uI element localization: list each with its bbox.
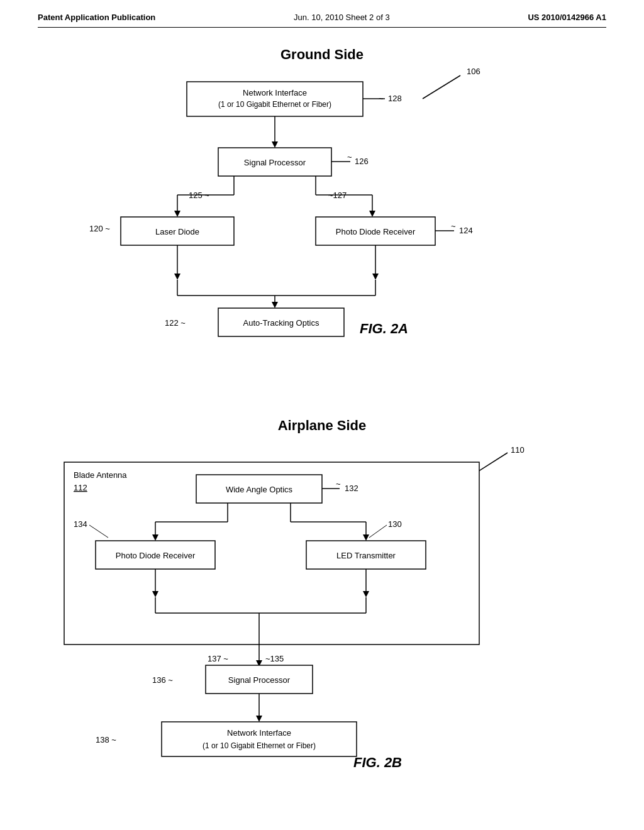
header-date-sheet: Jun. 10, 2010 Sheet 2 of 3 (294, 13, 390, 22)
header-publication-label: Patent Application Publication (38, 13, 155, 22)
svg-marker-58 (256, 716, 262, 722)
laser-diode: Laser Diode (155, 227, 199, 236)
ref-136: 136 ~ (152, 675, 173, 685)
photo-diode-2b: Photo Diode Receiver (116, 551, 196, 560)
led-transmitter: LED Transmitter (336, 551, 396, 560)
svg-rect-59 (162, 722, 357, 756)
fig2b-diagram: 110 Blade Antenna 112 Wide Angle Optics … (45, 434, 599, 830)
ref-124: 124 (459, 226, 473, 235)
ref-128-tilde: ~ (379, 94, 384, 103)
svg-marker-4 (272, 141, 278, 148)
auto-tracking: Auto-Tracking Optics (243, 318, 319, 328)
network-interface-2b-line2: (1 or 10 Gigabit Ethernet or Fiber) (203, 741, 316, 750)
svg-marker-21 (372, 274, 379, 280)
page-header: Patent Application Publication Jun. 10, … (38, 13, 606, 28)
network-interface-line1: Network Interface (243, 88, 307, 97)
fig2a-section: Ground Side Network Interface (1 or 10 G… (38, 47, 606, 399)
blade-antenna-ref: 112 (74, 483, 87, 492)
ref-106: 106 (467, 67, 480, 76)
ref-137: 137 ~ (208, 654, 228, 663)
ref-134: 134 (74, 519, 87, 529)
ref-128: 128 (388, 94, 402, 103)
ref-135: ~135 (265, 654, 284, 663)
blade-antenna-label: Blade Antenna (74, 470, 127, 480)
svg-marker-14 (369, 211, 375, 217)
network-interface-2b-line1: Network Interface (227, 728, 291, 738)
network-interface-line2: (1 or 10 Gigabit Ethernet or Fiber) (218, 100, 331, 109)
ref-132: 132 (345, 484, 358, 493)
svg-marker-19 (174, 274, 180, 280)
ref-138: 138 ~ (96, 735, 116, 744)
page: Patent Application Publication Jun. 10, … (0, 0, 644, 830)
fig2b-section: Airplane Side 110 Blade Antenna 112 Wide… (38, 418, 606, 830)
fig2a-label: FIG. 2A (360, 321, 408, 336)
ref-132-tilde: ~ (336, 479, 341, 489)
ref-130: 130 (388, 519, 402, 529)
fig2b-label: FIG. 2B (353, 755, 402, 770)
header-patent-number: US 2010/0142966 A1 (528, 13, 606, 22)
svg-line-2 (423, 75, 460, 99)
ref-122: 122 ~ (165, 318, 186, 328)
fig2a-title: Ground Side (38, 47, 606, 63)
wide-angle-optics: Wide Angle Optics (226, 485, 293, 494)
fig2a-diagram: Network Interface (1 or 10 Gigabit Ether… (52, 63, 592, 396)
ref-110: 110 (511, 445, 525, 455)
ref-126-tilde: ~ (347, 152, 352, 162)
ref-127: ~127 (328, 191, 347, 200)
svg-rect-0 (187, 82, 363, 116)
ref-126: 126 (355, 157, 369, 166)
fig2b-title: Airplane Side (38, 418, 606, 434)
svg-marker-27 (272, 302, 278, 308)
svg-marker-10 (174, 211, 180, 217)
ref-120: 120 ~ (89, 224, 110, 233)
photo-diode-2a: Photo Diode Receiver (336, 227, 416, 236)
signal-processor-2a: Signal Processor (244, 158, 306, 167)
ref-125: 125 ~ (189, 191, 209, 200)
signal-processor-2b: Signal Processor (228, 675, 291, 685)
ref-124-tilde: ~ (451, 221, 456, 231)
